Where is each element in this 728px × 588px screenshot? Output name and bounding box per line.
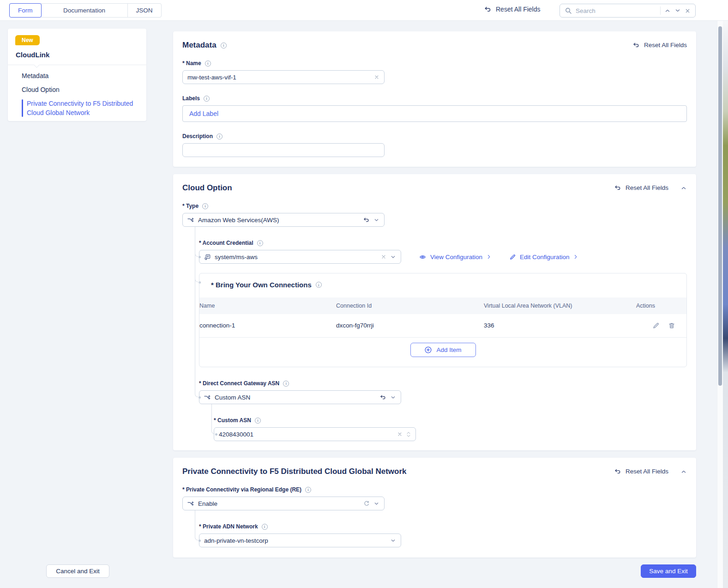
collapse-section-icon[interactable] [680, 185, 687, 191]
info-icon[interactable] [262, 524, 268, 530]
search-next-icon[interactable] [674, 7, 681, 14]
form-nav-sidebar: New CloudLink Metadata Cloud Option Priv… [8, 29, 146, 121]
labels-field[interactable]: Add Label [182, 105, 687, 122]
clear-icon[interactable] [397, 431, 403, 437]
label-text: Labels [182, 95, 200, 102]
reset-all-fields-button[interactable]: Reset All Fields [484, 6, 540, 13]
reset-label: Reset All Fields [626, 468, 668, 475]
info-icon[interactable] [204, 96, 210, 102]
search-icon [565, 7, 572, 14]
chevron-down-icon[interactable] [390, 394, 396, 400]
sidebar-item-metadata[interactable]: Metadata [22, 71, 48, 80]
info-icon[interactable] [316, 282, 322, 288]
sidebar-item-private-connectivity[interactable]: Private Connectivity to F5 Distributed C… [22, 99, 138, 117]
tab-form[interactable]: Form [9, 3, 42, 18]
reference-object-icon [204, 254, 211, 261]
private-adn-network-select[interactable]: adn-private-vn-testcorp [199, 533, 401, 547]
sidebar-item-cloud-option[interactable]: Cloud Option [22, 85, 60, 94]
delete-row-icon[interactable] [668, 322, 675, 329]
cell-name: connection-1 [199, 314, 336, 337]
undo-icon [614, 468, 621, 475]
link-label: View Configuration [430, 254, 482, 261]
edit-row-icon[interactable] [652, 322, 660, 329]
label-text: * Private Connectivity via Regional Edge… [182, 486, 301, 493]
column-header-vlan: Virtual Local Area Network (VLAN) [484, 297, 636, 314]
regional-edge-select[interactable]: Enable [182, 497, 385, 510]
view-tabs: Form Documentation JSON [9, 3, 162, 18]
oneof-branch-icon [187, 500, 194, 507]
tree-connector [195, 227, 195, 393]
private-adn-network-field-label: * Private ADN Network [199, 522, 687, 531]
chevron-right-icon [486, 254, 492, 260]
info-icon[interactable] [202, 203, 208, 209]
section-title-text: Private Connectivity to F5 Distributed C… [182, 467, 407, 476]
info-icon[interactable] [283, 381, 289, 387]
account-credential-select[interactable]: system/ms-aws [199, 250, 401, 264]
private-connectivity-section-title: Private Connectivity to F5 Distributed C… [182, 467, 407, 476]
edit-configuration-link[interactable]: Edit Configuration [509, 254, 578, 261]
reset-label: Reset All Fields [626, 184, 668, 191]
dcg-asn-field-label: * Direct Connect Gateway ASN [199, 379, 687, 388]
save-and-exit-button[interactable]: Save and Exit [641, 564, 696, 578]
reset-field-icon[interactable] [379, 394, 386, 400]
metadata-reset-fields-button[interactable]: Reset All Fields [632, 42, 687, 48]
scrollbar-thumb[interactable] [718, 26, 722, 386]
custom-asn-input[interactable] [219, 431, 393, 438]
type-select[interactable]: Amazon Web Services(AWS) [182, 213, 385, 227]
metadata-section-title: Metadata [182, 41, 227, 50]
tab-json[interactable]: JSON [127, 3, 162, 18]
account-credential-field-label: * Account Credential [199, 239, 687, 247]
reset-all-fields-label: Reset All Fields [496, 6, 540, 13]
clear-icon[interactable] [374, 74, 379, 80]
section-title-text: Metadata [182, 41, 217, 50]
regional-edge-field-label: * Private Connectivity via Regional Edge… [182, 485, 687, 494]
dcg-asn-select[interactable]: Custom ASN [199, 390, 401, 404]
label-text: * Custom ASN [214, 417, 251, 424]
scrollbar-track[interactable] [717, 21, 723, 588]
info-icon[interactable] [217, 133, 223, 139]
label-text: * Account Credential [199, 240, 253, 246]
view-configuration-link[interactable]: View Configuration [419, 254, 492, 261]
name-field [182, 70, 385, 84]
toolbar: Form Documentation JSON Reset All Fields [0, 0, 728, 21]
divider [8, 65, 146, 65]
column-header-connection-id: Connection Id [336, 297, 484, 314]
cancel-and-exit-button[interactable]: Cancel and Exit [46, 564, 109, 578]
number-stepper[interactable] [406, 431, 411, 437]
oneof-branch-icon [204, 394, 211, 400]
search-close-icon[interactable] [685, 8, 691, 14]
regional-edge-value: Enable [198, 500, 360, 507]
chevron-down-icon[interactable] [373, 501, 379, 507]
description-field-label: Description [182, 132, 687, 140]
undo-icon [484, 6, 492, 13]
private-connectivity-reset-fields-button[interactable]: Reset All Fields [614, 468, 668, 475]
info-icon[interactable] [221, 42, 227, 48]
refresh-icon[interactable] [363, 500, 370, 507]
description-input[interactable] [187, 147, 379, 154]
tree-connector [215, 433, 217, 436]
info-icon[interactable] [205, 61, 211, 67]
info-icon[interactable] [255, 418, 261, 424]
chevron-down-icon[interactable] [373, 217, 379, 223]
cloud-option-reset-fields-button[interactable]: Reset All Fields [614, 184, 668, 191]
type-select-value: Amazon Web Services(AWS) [198, 217, 359, 224]
clear-icon[interactable] [381, 254, 386, 260]
tree-connector [195, 536, 198, 540]
byoc-table: Name Connection Id Virtual Local Area Ne… [199, 297, 686, 338]
add-item-button[interactable]: Add Item [410, 343, 476, 357]
tab-documentation[interactable]: Documentation [41, 3, 128, 18]
plus-circle-icon [424, 346, 432, 354]
eye-icon [419, 254, 427, 261]
collapse-section-icon[interactable] [680, 468, 687, 475]
column-header-name: Name [199, 297, 336, 314]
info-icon[interactable] [257, 240, 263, 246]
add-label-button[interactable]: Add Label [189, 110, 218, 117]
info-icon[interactable] [305, 487, 311, 493]
search-prev-icon[interactable] [664, 7, 671, 14]
chevron-down-icon[interactable] [390, 538, 396, 544]
search-input[interactable] [576, 7, 656, 14]
reset-field-icon[interactable] [363, 217, 370, 223]
name-input[interactable] [187, 74, 370, 81]
chevron-down-icon[interactable] [390, 254, 396, 260]
add-item-label: Add Item [436, 346, 461, 353]
